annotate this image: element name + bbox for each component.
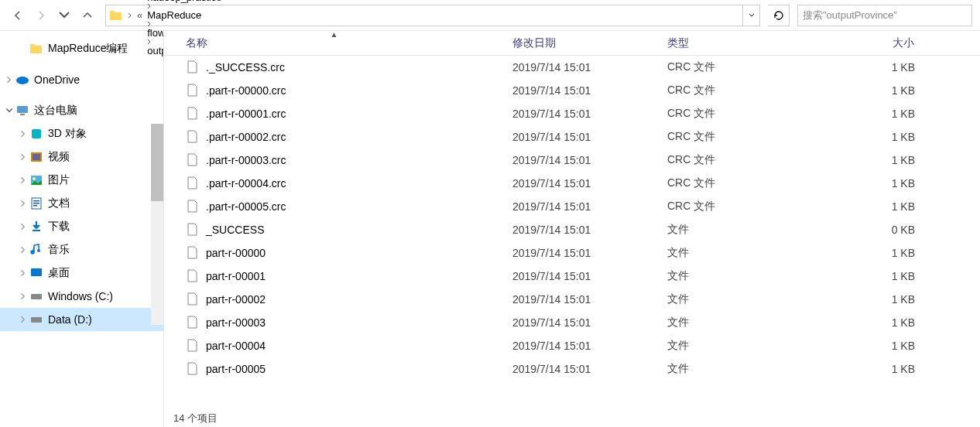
sidebar-item[interactable]: Data (D:): [0, 308, 163, 331]
file-size: 1 KB: [814, 340, 923, 352]
sidebar-item[interactable]: 这台电脑: [0, 99, 163, 122]
file-date: 2019/7/14 15:01: [505, 61, 660, 73]
tree-arrow-icon[interactable]: [17, 223, 29, 231]
file-row[interactable]: part-r-000012019/7/14 15:01文件1 KB: [164, 265, 980, 288]
sidebar-item[interactable]: Windows (C:): [0, 285, 163, 308]
sidebar-item[interactable]: 图片: [0, 169, 163, 192]
file-name: _SUCCESS: [206, 224, 505, 236]
pic-icon: [29, 173, 43, 187]
sidebar-item-label: 文档: [48, 196, 70, 210]
sidebar-item-label: Data (D:): [48, 313, 92, 326]
file-name: part-r-00002: [206, 293, 505, 306]
breadcrumb-item[interactable]: MapReduce: [144, 9, 224, 21]
sidebar-item[interactable]: 视频: [0, 145, 163, 169]
file-icon: [186, 246, 200, 260]
tree-arrow-icon[interactable]: [17, 176, 29, 184]
file-row[interactable]: part-r-000052019/7/14 15:01文件1 KB: [164, 357, 980, 381]
sidebar: MapReduce编程OneDrive这台电脑3D 对象视频图片文档下载音乐桌面…: [0, 31, 164, 427]
tree-arrow-icon[interactable]: [3, 76, 15, 84]
file-icon: [186, 176, 200, 190]
file-date: 2019/7/14 15:01: [505, 270, 660, 282]
sidebar-item-label: MapReduce编程: [48, 42, 128, 56]
tree-arrow-icon[interactable]: [17, 246, 29, 254]
file-row[interactable]: .part-r-00002.crc2019/7/14 15:01CRC 文件1 …: [164, 125, 980, 149]
chevron-right-icon[interactable]: [125, 12, 135, 19]
sidebar-item-label: Windows (C:): [48, 290, 113, 302]
file-name: .part-r-00004.crc: [206, 177, 505, 190]
file-row[interactable]: ._SUCCESS.crc2019/7/14 15:01CRC 文件1 KB: [164, 56, 980, 79]
forward-button[interactable]: [31, 5, 51, 26]
video-icon: [29, 150, 43, 164]
tree-arrow-icon[interactable]: [17, 316, 29, 323]
sidebar-item-label: 这台电脑: [34, 104, 77, 118]
sidebar-item[interactable]: 3D 对象: [0, 122, 163, 145]
column-size[interactable]: 大小: [814, 31, 923, 55]
file-icon: [186, 223, 200, 237]
sidebar-item[interactable]: 下载: [0, 215, 163, 238]
folder-icon: [29, 42, 43, 56]
sidebar-item-label: 音乐: [48, 243, 70, 257]
tree-arrow-icon[interactable]: [3, 107, 15, 114]
file-row[interactable]: .part-r-00003.crc2019/7/14 15:01CRC 文件1 …: [164, 149, 980, 172]
tree-arrow-icon[interactable]: [17, 292, 29, 300]
file-type: 文件: [660, 339, 814, 353]
sidebar-item[interactable]: MapReduce编程: [0, 37, 163, 60]
file-row[interactable]: part-r-000002019/7/14 15:01文件1 KB: [164, 241, 980, 265]
chevron-right-icon[interactable]: [144, 3, 224, 9]
music-icon: [29, 243, 43, 257]
file-row[interactable]: .part-r-00000.crc2019/7/14 15:01CRC 文件1 …: [164, 79, 980, 102]
back-button[interactable]: [8, 5, 28, 26]
file-row[interactable]: .part-r-00005.crc2019/7/14 15:01CRC 文件1 …: [164, 195, 980, 218]
file-size: 1 KB: [814, 316, 923, 329]
3d-icon: [29, 127, 43, 141]
file-row[interactable]: part-r-000042019/7/14 15:01文件1 KB: [164, 334, 980, 357]
file-row[interactable]: .part-r-00004.crc2019/7/14 15:01CRC 文件1 …: [164, 172, 980, 195]
breadcrumb-item[interactable]: hadoop_practice: [144, 0, 224, 3]
drive-icon: [29, 313, 43, 326]
file-row[interactable]: part-r-000022019/7/14 15:01文件1 KB: [164, 288, 980, 311]
sidebar-item[interactable]: 文档: [0, 192, 163, 215]
file-date: 2019/7/14 15:01: [505, 363, 660, 375]
file-icon: [186, 153, 200, 167]
tree-arrow-icon[interactable]: [17, 200, 29, 207]
tree-arrow-icon[interactable]: [17, 153, 29, 161]
desktop-icon: [29, 266, 43, 280]
up-button[interactable]: [77, 5, 98, 26]
column-name[interactable]: ▲名称: [164, 31, 505, 55]
breadcrumb-prefix: «: [135, 9, 144, 21]
breadcrumb[interactable]: « Practice_Filehadoop_practiceMapReducef…: [105, 5, 760, 26]
file-type: 文件: [660, 269, 814, 283]
tree-arrow-icon[interactable]: [17, 269, 29, 277]
file-row[interactable]: .part-r-00001.crc2019/7/14 15:01CRC 文件1 …: [164, 102, 980, 125]
file-date: 2019/7/14 15:01: [505, 293, 660, 306]
file-type: CRC 文件: [660, 107, 814, 121]
sidebar-item[interactable]: 桌面: [0, 261, 163, 285]
file-size: 1 KB: [814, 200, 923, 213]
breadcrumb-dropdown[interactable]: [742, 5, 759, 26]
tree-arrow-icon[interactable]: [17, 130, 29, 138]
column-type[interactable]: 类型: [660, 31, 814, 55]
file-icon: [186, 84, 200, 97]
file-row[interactable]: _SUCCESS2019/7/14 15:01文件0 KB: [164, 218, 980, 241]
file-size: 1 KB: [814, 270, 923, 282]
search-input[interactable]: 搜索"outputProvince": [797, 5, 972, 26]
file-date: 2019/7/14 15:01: [505, 154, 660, 166]
file-row[interactable]: part-r-000032019/7/14 15:01文件1 KB: [164, 311, 980, 334]
refresh-button[interactable]: [768, 5, 790, 26]
file-date: 2019/7/14 15:01: [505, 84, 660, 97]
sidebar-item-label: 桌面: [48, 266, 70, 280]
chevron-right-icon[interactable]: [144, 21, 224, 27]
recent-dropdown[interactable]: [54, 5, 74, 26]
dl-icon: [29, 220, 43, 234]
sidebar-item[interactable]: 音乐: [0, 238, 163, 261]
file-name: part-r-00003: [206, 316, 505, 329]
scrollbar[interactable]: [151, 124, 163, 325]
file-size: 1 KB: [814, 293, 923, 306]
sidebar-item[interactable]: OneDrive: [0, 68, 163, 91]
file-type: CRC 文件: [660, 200, 814, 214]
pc-icon: [15, 104, 29, 118]
doc-icon: [29, 196, 43, 210]
file-icon: [186, 339, 200, 353]
sidebar-item-label: OneDrive: [34, 73, 80, 86]
column-date[interactable]: 修改日期: [505, 31, 660, 55]
